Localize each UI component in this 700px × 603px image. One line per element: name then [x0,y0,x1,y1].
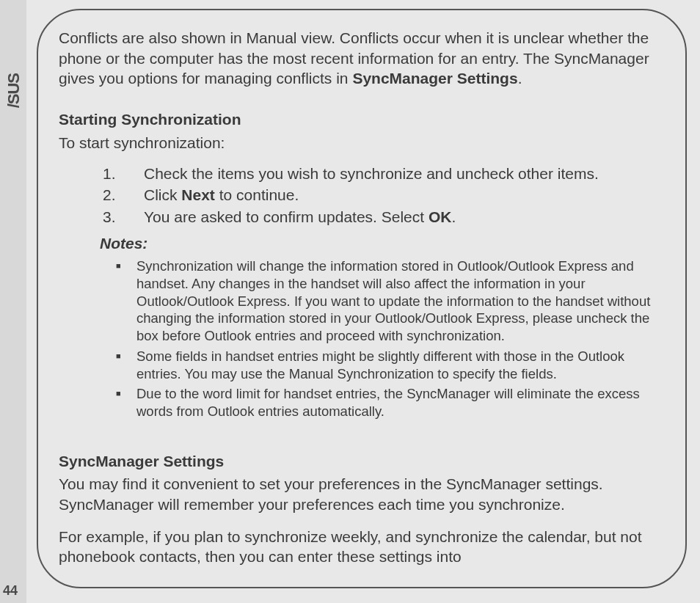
step-post: to continue. [215,186,299,203]
note-text: Some fields in handset entries might be … [136,348,665,382]
square-bullet-icon: ■ [116,257,136,344]
note-item: ■ Synchronization will change the inform… [116,257,665,344]
intro-bold: SyncManager Settings [352,70,517,87]
step-num: 2. [103,185,144,205]
step-num: 3. [103,207,144,227]
page-content: Conflicts are also shown in Manual view.… [59,28,665,567]
note-item: ■ Due to the word limit for handset entr… [116,385,665,420]
square-bullet-icon: ■ [116,385,136,420]
step-num: 1. [103,164,144,184]
step-item: 3. You are asked to confirm updates. Sel… [103,207,665,227]
intro-text-b: . [518,70,522,87]
notes-label: Notes: [100,233,665,254]
step-pre: You are asked to confirm updates. Select [144,208,429,225]
step-pre: Click [144,186,181,203]
notes-list: ■ Synchronization will change the inform… [116,257,665,420]
note-text: Synchronization will change the informat… [136,257,665,344]
page-number: 44 [3,583,18,599]
sidebar: /SUS 44 [0,0,26,603]
section1-heading: Starting Synchronization [59,109,665,130]
section2-para2: For example, if you plan to synchronize … [59,527,665,567]
note-item: ■ Some fields in handset entries might b… [116,348,665,382]
step-item: 2. Click Next to continue. [103,185,665,205]
step-text: Check the items you wish to synchronize … [144,164,599,184]
brand-logo: /SUS [4,73,23,108]
section2-heading: SyncManager Settings [59,451,665,472]
step-item: 1. Check the items you wish to synchroni… [103,164,665,184]
section1-lead: To start synchronization: [59,133,665,153]
step-post: . [451,208,456,225]
intro-paragraph: Conflicts are also shown in Manual view.… [59,28,665,89]
square-bullet-icon: ■ [116,348,136,382]
step-text: Click Next to continue. [144,185,299,205]
step-bold: OK [429,208,452,225]
step-text: You are asked to confirm updates. Select… [144,207,456,227]
step-bold: Next [181,186,215,203]
section2-para1: You may find it convenient to set your p… [59,474,665,514]
step-pre: Check the items you wish to synchronize … [144,165,599,182]
steps-list: 1. Check the items you wish to synchroni… [103,164,665,227]
note-text: Due to the word limit for handset entrie… [136,385,665,420]
page-frame: Conflicts are also shown in Manual view.… [37,9,687,588]
